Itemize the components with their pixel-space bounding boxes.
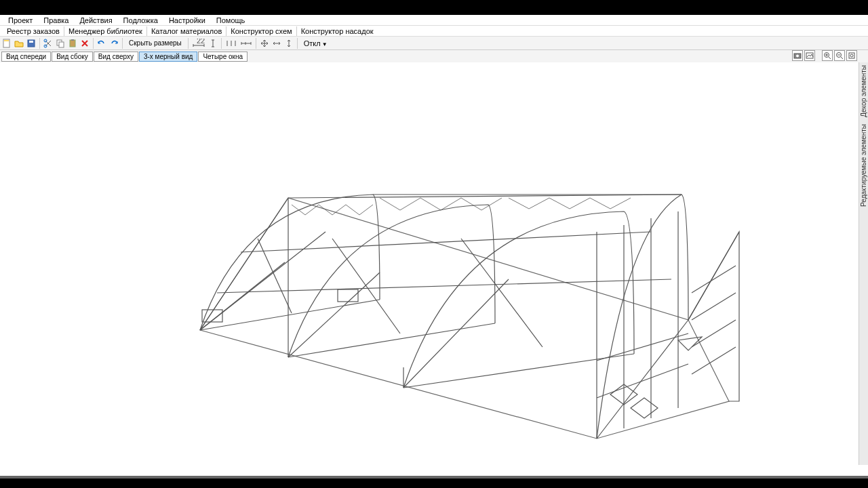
zoom-out-icon[interactable]: [834, 50, 845, 61]
svg-point-17: [850, 54, 853, 57]
top-black-bar: [0, 0, 868, 15]
zoom-in-icon[interactable]: [822, 50, 833, 61]
resize-horizontal-icon[interactable]: [271, 38, 282, 49]
resize-vertical-icon[interactable]: [283, 38, 294, 49]
delete-icon[interactable]: [79, 38, 90, 49]
redo-icon[interactable]: [108, 38, 119, 49]
greenhouse-wireframe: [0, 62, 859, 465]
dimension-vertical-icon[interactable]: [208, 38, 218, 49]
undo-icon[interactable]: [96, 38, 107, 49]
separator: [39, 38, 40, 49]
right-side-panel: Декор элементы Редактируемые элементы: [859, 62, 868, 465]
svg-rect-1: [4, 40, 9, 41]
dimension-chain-icon[interactable]: [239, 38, 253, 49]
right-icon-group: [792, 50, 857, 61]
tab-side-view[interactable]: Вид сбоку: [52, 52, 93, 62]
separator: [297, 38, 298, 49]
tab-front-view[interactable]: Вид спереди: [1, 52, 51, 62]
menu-help[interactable]: Помощь: [211, 16, 251, 25]
separator: [188, 38, 189, 49]
paste-icon[interactable]: [67, 38, 78, 49]
photo-icon[interactable]: [804, 50, 815, 61]
submenu-schemes[interactable]: Конструктор схем: [226, 26, 296, 36]
bottom-black-bar: [0, 479, 868, 488]
submenu-library-manager[interactable]: Менеджер библиотек: [64, 26, 147, 36]
separator: [221, 38, 222, 49]
separator: [93, 38, 94, 49]
svg-rect-8: [70, 40, 75, 47]
menu-settings[interactable]: Настройки: [163, 16, 211, 25]
right-panel-label-decor[interactable]: Декор элементы: [860, 65, 867, 117]
svg-rect-3: [29, 41, 33, 43]
svg-text:22: 22: [197, 39, 205, 45]
new-file-icon[interactable]: [1, 38, 12, 49]
zoom-fit-icon[interactable]: [846, 50, 857, 61]
svg-rect-9: [71, 39, 74, 41]
svg-rect-16: [849, 53, 854, 58]
camera-icon[interactable]: [792, 50, 803, 61]
menu-actions[interactable]: Действия: [74, 16, 117, 25]
menu-underlay[interactable]: Подложка: [118, 16, 163, 25]
menu-edit[interactable]: Правка: [38, 16, 74, 25]
move-icon[interactable]: [259, 38, 270, 49]
menu-project[interactable]: Проект: [3, 16, 38, 25]
tab-four-windows[interactable]: Четыре окна: [198, 52, 248, 62]
svg-rect-7: [59, 42, 64, 47]
hide-dimensions-button[interactable]: Скрыть размеры: [125, 38, 185, 48]
submenu-orders[interactable]: Реестр заказов: [3, 26, 64, 36]
3d-viewport[interactable]: [0, 62, 868, 465]
open-folder-icon[interactable]: [14, 38, 24, 49]
submenu-materials[interactable]: Каталог материалов: [147, 26, 226, 36]
tab-3d-view[interactable]: 3-х мерный вид: [139, 52, 197, 62]
submenu-bar: Реестр заказов Менеджер библиотек Катало…: [0, 26, 868, 37]
main-toolbar: Скрыть размеры 22 Откл▼: [0, 37, 868, 50]
main-menu-bar: Проект Правка Действия Подложка Настройк…: [0, 15, 868, 26]
dimension-icon[interactable]: 22: [191, 38, 206, 49]
tab-top-view[interactable]: Вид сверху: [94, 52, 138, 62]
copy-icon[interactable]: [55, 38, 66, 49]
svg-point-12: [796, 55, 799, 58]
submenu-nozzles[interactable]: Конструктор насадок: [297, 26, 378, 36]
separator: [122, 38, 123, 49]
view-tabs-bar: Вид спереди Вид сбоку Вид сверху 3-х мер…: [0, 50, 868, 62]
save-icon[interactable]: [26, 38, 37, 49]
cut-icon[interactable]: [43, 38, 54, 49]
right-panel-label-editable[interactable]: Редактируемые элементы: [860, 124, 867, 207]
dimension-spacing-icon[interactable]: [224, 38, 238, 49]
separator: [256, 38, 256, 49]
deviation-dropdown[interactable]: Откл▼: [300, 38, 331, 49]
